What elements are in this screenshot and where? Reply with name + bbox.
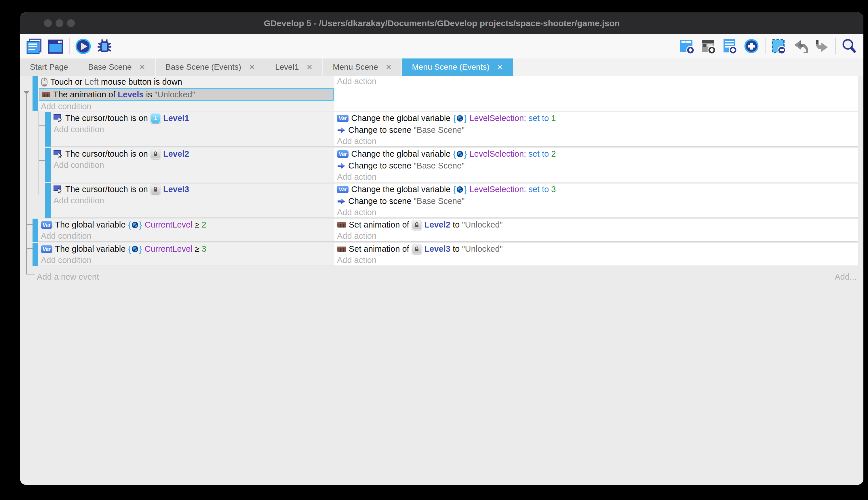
event-handle[interactable] bbox=[33, 219, 38, 242]
event-row: The cursor/touch is on 1 Level1 Add cond… bbox=[20, 112, 858, 147]
event-handle[interactable] bbox=[45, 148, 51, 182]
add-action-button[interactable]: Add action bbox=[335, 255, 858, 265]
event-handle[interactable] bbox=[45, 112, 51, 147]
events-sheet: Touch or Left mouse button is down The a… bbox=[20, 76, 864, 485]
condition-cursor-on-level1[interactable]: The cursor/touch is on 1 Level1 bbox=[51, 112, 335, 124]
event-handle[interactable] bbox=[33, 243, 38, 266]
action-change-scene[interactable]: Change to scene "Base Scene" bbox=[335, 124, 858, 136]
action-set-animation-level2[interactable]: Set animation of Level2 to "Unlocked" bbox=[335, 219, 858, 231]
locked-level-thumbnail-icon bbox=[412, 244, 422, 254]
actions-column: Add action bbox=[335, 76, 858, 111]
add-comment-button[interactable] bbox=[721, 37, 739, 55]
condition-cursor-on-level3[interactable]: The cursor/touch is on Level3 bbox=[51, 183, 335, 195]
add-more-button[interactable]: Add... bbox=[835, 272, 856, 282]
variable-icon: Var bbox=[41, 246, 52, 253]
add-action-button[interactable]: Add action bbox=[335, 207, 858, 218]
close-icon[interactable]: ✕ bbox=[139, 63, 145, 72]
locked-level-thumbnail-icon bbox=[151, 149, 161, 159]
delete-selection-button[interactable] bbox=[770, 37, 788, 55]
redo-button[interactable] bbox=[813, 37, 831, 55]
animation-icon bbox=[337, 221, 346, 228]
add-action-button[interactable]: Add action bbox=[335, 76, 858, 87]
variable-icon: Var bbox=[337, 186, 349, 193]
global-variable-icon: { } bbox=[453, 150, 467, 158]
tab-menu-scene[interactable]: Menu Scene ✕ bbox=[323, 58, 402, 76]
open-scene-editor-button[interactable] bbox=[47, 37, 64, 55]
event-handle[interactable] bbox=[45, 183, 51, 218]
action-set-animation-level3[interactable]: Set animation of Level3 to "Unlocked" bbox=[335, 243, 858, 255]
close-icon[interactable]: ✕ bbox=[497, 63, 503, 72]
preview-play-button[interactable] bbox=[74, 37, 92, 55]
conditions-column: Var The global variable { } CurrentLevel… bbox=[38, 243, 335, 265]
debugger-button[interactable] bbox=[96, 37, 114, 55]
conditions-column: The cursor/touch is on Level2 Add condit… bbox=[51, 148, 335, 182]
scene-arrow-icon bbox=[337, 126, 345, 134]
project-manager-button[interactable] bbox=[25, 37, 43, 55]
add-action-button[interactable]: Add action bbox=[335, 136, 858, 147]
event-handle[interactable] bbox=[33, 76, 38, 111]
action-change-scene[interactable]: Change to scene "Base Scene" bbox=[335, 160, 858, 172]
tab-start-page[interactable]: Start Page bbox=[20, 58, 78, 76]
scene-arrow-icon bbox=[337, 197, 345, 205]
event-row: The cursor/touch is on Level3 Add condit… bbox=[20, 183, 858, 218]
global-variable-icon: { } bbox=[128, 220, 142, 229]
add-action-button[interactable]: Add action bbox=[335, 231, 858, 241]
tab-menu-scene-events[interactable]: Menu Scene (Events) ✕ bbox=[402, 58, 514, 76]
variable-icon: Var bbox=[337, 115, 349, 122]
animation-icon bbox=[337, 246, 346, 253]
add-anything-button[interactable] bbox=[742, 37, 760, 55]
scene-arrow-icon bbox=[337, 162, 345, 170]
action-change-global-variable[interactable]: Var Change the global variable { } Level… bbox=[335, 183, 858, 195]
condition-global-variable-currentlevel-3[interactable]: Var The global variable { } CurrentLevel… bbox=[38, 243, 335, 255]
global-variable-icon: { } bbox=[128, 245, 142, 253]
project-manager-icon bbox=[26, 38, 43, 55]
global-variable-icon: { } bbox=[453, 114, 467, 123]
close-icon[interactable]: ✕ bbox=[306, 63, 313, 72]
add-action-button[interactable]: Add action bbox=[335, 172, 858, 182]
action-change-global-variable[interactable]: Var Change the global variable { } Level… bbox=[335, 112, 858, 124]
tab-level1[interactable]: Level1 ✕ bbox=[265, 58, 323, 76]
condition-touch-mouse[interactable]: Touch or Left mouse button is down bbox=[38, 76, 335, 88]
tab-bar: Start Page Base Scene ✕ Base Scene (Even… bbox=[20, 58, 864, 76]
redo-icon bbox=[813, 38, 830, 55]
animation-icon bbox=[42, 91, 51, 98]
search-button[interactable] bbox=[840, 37, 858, 55]
tree-line bbox=[26, 274, 35, 274]
add-condition-button[interactable]: Add condition bbox=[51, 124, 335, 135]
global-variable-icon: { } bbox=[453, 185, 467, 194]
add-condition-button[interactable]: Add condition bbox=[38, 231, 335, 241]
app-window: GDevelop 5 - /Users/dkarakay/Documents/G… bbox=[20, 12, 864, 485]
action-change-global-variable[interactable]: Var Change the global variable { } Level… bbox=[335, 148, 858, 160]
add-condition-button[interactable]: Add condition bbox=[38, 101, 335, 112]
remove-event-icon bbox=[771, 38, 787, 55]
play-icon bbox=[75, 38, 91, 55]
undo-icon bbox=[792, 38, 809, 55]
condition-global-variable-currentlevel-2[interactable]: Var The global variable { } CurrentLevel… bbox=[38, 219, 335, 231]
add-condition-button[interactable]: Add condition bbox=[51, 160, 335, 171]
actions-column: Var Change the global variable { } Level… bbox=[335, 148, 858, 182]
add-condition-button[interactable]: Add condition bbox=[38, 255, 335, 265]
action-change-scene[interactable]: Change to scene "Base Scene" bbox=[335, 195, 858, 207]
add-new-event-button[interactable]: Add a new event bbox=[37, 272, 99, 282]
add-condition-button[interactable]: Add condition bbox=[51, 195, 335, 206]
tab-base-scene-events[interactable]: Base Scene (Events) ✕ bbox=[156, 58, 265, 76]
event-row: Var The global variable { } CurrentLevel… bbox=[20, 219, 858, 242]
close-icon[interactable]: ✕ bbox=[249, 63, 255, 72]
event-row: Var The global variable { } CurrentLevel… bbox=[20, 243, 858, 266]
close-icon[interactable]: ✕ bbox=[385, 63, 392, 72]
actions-column: Set animation of Level2 to "Unlocked" Ad… bbox=[335, 219, 858, 241]
add-subevent-icon bbox=[701, 38, 717, 55]
cursor-icon bbox=[54, 185, 63, 194]
add-comment-icon bbox=[722, 38, 739, 55]
undo-button[interactable] bbox=[791, 37, 809, 55]
locked-level-thumbnail-icon bbox=[412, 220, 422, 230]
add-subevent-button[interactable] bbox=[700, 37, 718, 55]
condition-animation-selected[interactable]: The animation of Levels is "Unlocked" bbox=[39, 88, 334, 101]
tab-base-scene[interactable]: Base Scene ✕ bbox=[78, 58, 156, 76]
toolbar-separator bbox=[765, 38, 765, 55]
condition-cursor-on-level2[interactable]: The cursor/touch is on Level2 bbox=[51, 148, 335, 160]
titlebar: GDevelop 5 - /Users/dkarakay/Documents/G… bbox=[20, 12, 864, 34]
actions-column: Var Change the global variable { } Level… bbox=[335, 112, 858, 146]
conditions-column: Touch or Left mouse button is down The a… bbox=[38, 76, 335, 111]
add-event-button[interactable] bbox=[679, 37, 696, 55]
